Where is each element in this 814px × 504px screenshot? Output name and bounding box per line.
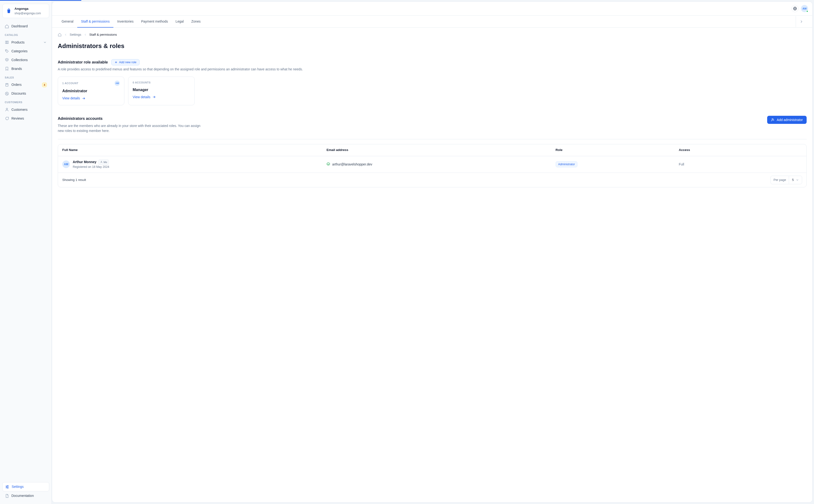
sidebar-item-categories[interactable]: Categories [2, 47, 49, 56]
percent-icon [5, 92, 9, 96]
sidebar-label: Settings [12, 484, 24, 489]
svg-point-5 [6, 108, 8, 110]
tab-inventories[interactable]: Inventories [113, 16, 137, 27]
role-account-count: 1 account [62, 81, 78, 85]
row-access: Full [679, 162, 802, 167]
role-name: Manager [133, 87, 190, 93]
role-card-manager: 0 accounts Manager View details [128, 77, 195, 105]
row-email: arthur@laravelshopper.dev [332, 162, 372, 167]
sidebar-item-customers[interactable]: Customers [2, 105, 49, 114]
per-page-select[interactable]: Per page 5 [770, 176, 802, 184]
administrators-table: Full Name Email address Role Access AM A… [58, 144, 807, 187]
add-administrator-button[interactable]: Add administrator [767, 116, 807, 124]
table-row[interactable]: AM Arthur Monney Me Registered on 18 May… [58, 156, 806, 173]
sidebar-label: Products [11, 40, 24, 45]
breadcrumb: Settings Staff & permissions [58, 32, 807, 37]
sidebar-item-orders[interactable]: Orders 4 [2, 80, 49, 89]
sidebar-heading-sales: Sales [2, 73, 49, 81]
sliders-icon [5, 485, 9, 489]
sidebar-heading-catalog: Catalog [2, 31, 49, 38]
sidebar-item-collections[interactable]: Collections [2, 56, 49, 64]
chevron-down-icon [43, 40, 47, 44]
col-access: Access [679, 148, 802, 152]
tag-icon [5, 49, 9, 53]
sidebar-label: Categories [11, 49, 28, 54]
tab-zones[interactable]: Zones [188, 16, 204, 27]
role-avatar: AM [115, 81, 120, 86]
per-page-label: Per page [771, 176, 789, 184]
layers-icon [5, 58, 9, 62]
breadcrumb-settings[interactable]: Settings [70, 32, 81, 37]
role-card-administrator: 1 account AM Administrator View details [58, 77, 124, 105]
svg-point-4 [7, 94, 8, 94]
me-badge: Me [98, 160, 109, 165]
svg-point-6 [8, 485, 8, 486]
table-footer: Showing 1 result Per page 5 [58, 173, 806, 187]
user-icon [100, 161, 103, 163]
arrow-right-icon [152, 95, 156, 99]
avatar-initials: AM [802, 7, 806, 11]
home-icon [5, 24, 9, 29]
tab-legal[interactable]: Legal [172, 16, 188, 27]
user-avatar[interactable]: AM [801, 5, 808, 12]
col-email: Email address [326, 148, 555, 152]
document-icon [5, 494, 9, 498]
breadcrumb-sep [64, 33, 67, 36]
home-icon [58, 33, 62, 37]
roles-section-description: A role provides access to predefined men… [58, 67, 807, 72]
user-plus-icon [771, 118, 775, 122]
roles-section-title: Administrator role available [58, 59, 108, 65]
sidebar-item-brands[interactable]: Brands [2, 64, 49, 73]
verified-icon [326, 162, 330, 166]
role-view-details-link[interactable]: View details [133, 95, 156, 100]
role-account-count: 0 accounts [133, 81, 151, 85]
svg-rect-1 [6, 83, 8, 86]
me-label: Me [104, 160, 107, 164]
store-logo-icon [5, 8, 12, 14]
store-email: shop@angonga.com [15, 11, 41, 15]
link-label: View details [62, 96, 80, 101]
globe-icon [793, 6, 797, 11]
breadcrumb-sep [84, 33, 87, 36]
link-label: View details [133, 95, 150, 100]
user-icon [5, 107, 9, 112]
breadcrumb-home[interactable] [58, 33, 62, 37]
sidebar-label: Dashboard [11, 24, 28, 29]
tab-general[interactable]: General [58, 16, 77, 27]
row-avatar: AM [62, 160, 70, 168]
svg-point-8 [8, 488, 8, 488]
store-switcher[interactable]: Angonga shop@angonga.com [2, 4, 49, 18]
sidebar-item-products[interactable]: Products [2, 38, 49, 47]
table-header: Full Name Email address Role Access [58, 144, 806, 156]
row-role-badge: Administrator [556, 161, 578, 167]
topbar: AM [52, 2, 812, 15]
tab-payment-methods[interactable]: Payment methods [137, 16, 172, 27]
browser-icon-button[interactable] [791, 5, 799, 12]
tabs-scroll-right[interactable] [796, 16, 807, 27]
sidebar-label: Collections [11, 58, 28, 63]
sidebar-item-discounts[interactable]: Discounts [2, 89, 49, 98]
sidebar-label: Customers [11, 107, 28, 112]
sidebar-item-reviews[interactable]: Reviews [2, 114, 49, 123]
role-view-details-link[interactable]: View details [62, 96, 86, 101]
per-page-value: 5 [792, 178, 794, 182]
sidebar-item-dashboard[interactable]: Dashboard [2, 22, 49, 31]
button-label: Add new role [119, 61, 136, 64]
presence-indicator [806, 10, 808, 12]
sidebar-item-documentation[interactable]: Documentation [2, 491, 49, 500]
sidebar-label: Brands [11, 66, 22, 71]
row-full-name: Arthur Monney [73, 160, 97, 165]
sidebar-label: Discounts [11, 91, 26, 96]
sidebar-item-settings[interactable]: Settings [2, 482, 49, 491]
add-new-role-button[interactable]: Add new role [111, 59, 140, 65]
main-panel: AM General Staff & permissions Inventori… [52, 1, 813, 503]
col-full-name: Full Name [62, 148, 326, 152]
sidebar-label: Documentation [11, 493, 34, 498]
button-label: Add administrator [777, 118, 803, 122]
chevron-down-icon [796, 178, 799, 182]
svg-point-0 [6, 50, 6, 51]
sidebar-label: Reviews [11, 116, 24, 121]
sidebar: Angonga shop@angonga.com Dashboard Catal… [0, 0, 52, 504]
tab-staff-permissions[interactable]: Staff & permissions [77, 16, 113, 27]
store-name: Angonga [15, 6, 41, 11]
